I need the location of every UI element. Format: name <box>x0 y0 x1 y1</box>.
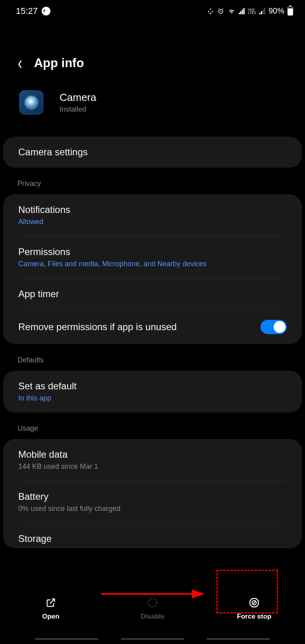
camera-settings-label: Camera settings <box>18 147 287 158</box>
defaults-section-label: Defaults <box>0 344 305 371</box>
mobile-data-title: Mobile data <box>18 449 287 460</box>
app-timer-item[interactable]: App timer <box>3 278 302 309</box>
signal-icon <box>239 8 245 14</box>
set-default-title: Set as default <box>18 381 287 392</box>
status-time: 15:27 <box>16 6 38 16</box>
set-default-sub: In this app <box>18 394 287 402</box>
recycle-icon <box>207 8 214 15</box>
stop-icon <box>248 597 260 609</box>
privacy-card: Notifications Allowed Permissions Camera… <box>3 194 302 344</box>
page-header: ‹ App info <box>0 22 305 90</box>
camera-settings-card[interactable]: Camera settings <box>3 137 302 168</box>
permissions-item[interactable]: Permissions Camera, Files and media, Mic… <box>3 236 302 278</box>
remove-permissions-toggle[interactable] <box>261 320 287 334</box>
camera-lens-icon <box>24 95 39 110</box>
disable-icon <box>147 597 158 609</box>
notifications-sub: Allowed <box>18 218 287 226</box>
wifi-icon <box>228 8 236 15</box>
remove-permissions-title: Remove permissions if app is unused <box>18 321 177 333</box>
usage-card: Mobile data 144 KB used since Mar 1 Batt… <box>3 439 302 548</box>
back-button[interactable]: ‹ <box>18 52 22 74</box>
battery-item[interactable]: Battery 0% used since last fully charged <box>3 481 302 523</box>
lte-label: Vo)) LTE2 <box>248 8 256 14</box>
force-stop-label: Force stop <box>237 613 272 621</box>
defaults-card: Set as default In this app <box>3 371 302 412</box>
remove-permissions-item[interactable]: Remove permissions if app is unused <box>3 310 302 344</box>
mobile-data-item[interactable]: Mobile data 144 KB used since Mar 1 <box>3 439 302 481</box>
app-install-status: Installed <box>60 105 96 114</box>
privacy-section-label: Privacy <box>0 168 305 194</box>
nav-recents[interactable] <box>35 638 98 640</box>
permissions-sub: Camera, Files and media, Microphone, and… <box>18 260 287 268</box>
app-icon <box>19 90 44 115</box>
disable-button: Disable <box>113 597 192 621</box>
notifications-title: Notifications <box>18 204 287 215</box>
battery-percent: 90% <box>268 6 284 15</box>
svg-point-1 <box>148 598 157 607</box>
notifications-item[interactable]: Notifications Allowed <box>3 194 302 236</box>
svg-line-3 <box>253 601 256 604</box>
storage-title: Storage <box>18 533 287 544</box>
status-bar: 15:27 Vo)) LTE2 90% <box>0 0 305 22</box>
battery-icon <box>288 7 293 15</box>
page-title: App info <box>34 56 84 70</box>
open-label: Open <box>42 613 59 621</box>
app-name: Camera <box>60 91 96 104</box>
mobile-data-sub: 144 KB used since Mar 1 <box>18 462 287 471</box>
storage-item[interactable]: Storage <box>3 523 302 548</box>
signal-icon-2 <box>259 8 265 14</box>
nav-home[interactable] <box>121 638 184 640</box>
nav-back[interactable] <box>207 638 270 640</box>
permissions-title: Permissions <box>18 246 287 257</box>
force-stop-button[interactable]: Force stop <box>214 597 294 621</box>
bottom-action-bar: Open Disable Force stop <box>0 590 305 627</box>
messenger-icon <box>42 7 50 15</box>
set-default-item[interactable]: Set as default In this app <box>3 371 302 412</box>
nav-indicator <box>0 638 305 640</box>
disable-label: Disable <box>141 613 164 621</box>
app-timer-title: App timer <box>18 288 287 300</box>
app-header: Camera Installed <box>0 90 305 137</box>
battery-title: Battery <box>18 491 287 502</box>
alarm-icon <box>217 8 224 15</box>
usage-section-label: Usage <box>0 412 305 439</box>
battery-sub: 0% used since last fully charged <box>18 505 287 513</box>
open-icon <box>45 597 57 609</box>
open-button[interactable]: Open <box>11 597 91 621</box>
